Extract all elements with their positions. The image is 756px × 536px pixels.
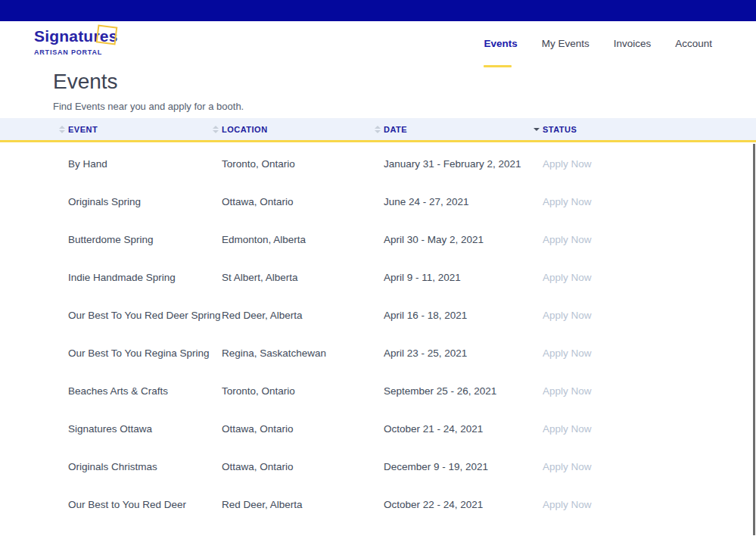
sort-updown-icon <box>213 126 219 133</box>
column-header-location[interactable]: LOCATION <box>222 118 384 140</box>
column-header-event[interactable]: EVENT <box>68 118 222 140</box>
page-head: Events Find Events near you and apply fo… <box>53 70 244 112</box>
event-cell: Beaches Arts & Crafts <box>68 385 222 397</box>
column-label: LOCATION <box>222 125 268 134</box>
apply-now-link[interactable]: Apply Now <box>543 234 756 245</box>
apply-now-link[interactable]: Apply Now <box>543 310 756 321</box>
location-cell: Ottawa, Ontario <box>222 461 384 472</box>
table-row: Our Best To You Red Deer SpringRed Deer,… <box>0 296 756 334</box>
vertical-scrollbar[interactable] <box>753 144 755 535</box>
table-row: Our Best To You Regina SpringRegina, Sas… <box>0 334 756 372</box>
nav-item-invoices[interactable]: Invoices <box>614 38 652 52</box>
location-cell: Toronto, Ontario <box>222 385 384 397</box>
column-header-status[interactable]: STATUS <box>543 118 756 140</box>
date-cell: April 16 - 18, 2021 <box>384 310 543 321</box>
location-cell: St Albert, Alberta <box>222 272 384 283</box>
brand-name: Signatures <box>34 27 118 45</box>
brand-logo: Signatures ARTISAN PORTAL <box>34 27 118 56</box>
location-cell: Red Deer, Alberta <box>222 310 384 321</box>
event-cell: Our Best To You Red Deer Spring <box>68 310 222 321</box>
events-table: EVENTLOCATIONDATESTATUS By HandToronto, … <box>0 118 756 523</box>
location-cell: Ottawa, Ontario <box>222 196 384 207</box>
column-label: STATUS <box>543 125 577 134</box>
event-cell: Butterdome Spring <box>68 234 222 245</box>
date-cell: June 24 - 27, 2021 <box>384 196 543 207</box>
column-label: EVENT <box>68 125 98 134</box>
sort-updown-icon <box>375 126 381 133</box>
date-cell: December 9 - 19, 2021 <box>384 461 543 472</box>
location-cell: Toronto, Ontario <box>222 158 384 170</box>
event-cell: Our Best To You Regina Spring <box>68 347 222 359</box>
column-label: DATE <box>384 125 407 134</box>
date-cell: April 23 - 25, 2021 <box>384 347 543 359</box>
location-cell: Edmonton, Alberta <box>222 234 384 245</box>
location-cell: Regina, Saskatchewan <box>222 347 384 359</box>
date-cell: April 30 - May 2, 2021 <box>384 234 543 245</box>
artisan-portal-page: Signatures ARTISAN PORTAL EventsMy Event… <box>0 0 756 536</box>
apply-now-link[interactable]: Apply Now <box>543 272 756 283</box>
nav-item-events[interactable]: Events <box>484 38 517 52</box>
main-nav: EventsMy EventsInvoicesAccount <box>484 38 712 52</box>
table-row: By HandToronto, OntarioJanuary 31 - Febr… <box>0 145 756 182</box>
table-row: Signatures OttawaOttawa, OntarioOctober … <box>0 410 756 447</box>
brand-boxed-text: es <box>100 27 118 45</box>
location-cell: Red Deer, Alberta <box>222 499 384 510</box>
nav-item-account[interactable]: Account <box>675 38 712 52</box>
apply-now-link[interactable]: Apply Now <box>543 423 756 435</box>
sort-updown-icon <box>59 126 65 133</box>
apply-now-link[interactable]: Apply Now <box>543 347 756 359</box>
table-row: Originals SpringOttawa, OntarioJune 24 -… <box>0 182 756 220</box>
brand-name-boxed: es <box>100 27 118 45</box>
event-cell: Originals Spring <box>68 196 222 207</box>
table-row: Beaches Arts & CraftsToronto, OntarioSep… <box>0 372 756 410</box>
brand-name-prefix: Signatur <box>34 27 100 45</box>
event-cell: Our Best to You Red Deer <box>68 499 222 510</box>
table-row: Butterdome SpringEdmonton, AlbertaApril … <box>0 220 756 258</box>
event-cell: Originals Christmas <box>68 461 222 472</box>
column-header-date[interactable]: DATE <box>384 118 543 140</box>
date-cell: October 21 - 24, 2021 <box>384 423 543 435</box>
page-subtitle: Find Events near you and apply for a boo… <box>53 101 244 112</box>
page-title: Events <box>53 70 244 94</box>
table-row: Originals ChristmasOttawa, OntarioDecemb… <box>0 447 756 485</box>
apply-now-link[interactable]: Apply Now <box>543 385 756 397</box>
table-row: Indie Handmade SpringSt Albert, AlbertaA… <box>0 258 756 296</box>
table-row: Our Best to You Red DeerRed Deer, Albert… <box>0 485 756 523</box>
apply-now-link[interactable]: Apply Now <box>543 158 756 170</box>
date-cell: January 31 - February 2, 2021 <box>384 158 543 170</box>
apply-now-link[interactable]: Apply Now <box>543 196 756 207</box>
date-cell: April 9 - 11, 2021 <box>384 272 543 283</box>
apply-now-link[interactable]: Apply Now <box>543 461 756 472</box>
location-cell: Ottawa, Ontario <box>222 423 384 435</box>
date-cell: September 25 - 26, 2021 <box>384 385 543 397</box>
brand-subtitle: ARTISAN PORTAL <box>34 48 118 56</box>
table-header-row: EVENTLOCATIONDATESTATUS <box>0 118 756 142</box>
event-cell: By Hand <box>68 158 222 170</box>
table-body: By HandToronto, OntarioJanuary 31 - Febr… <box>0 142 756 523</box>
top-blue-bar <box>0 0 756 21</box>
sort-desc-icon <box>534 128 540 131</box>
event-cell: Indie Handmade Spring <box>68 272 222 283</box>
nav-item-my-events[interactable]: My Events <box>542 38 590 52</box>
event-cell: Signatures Ottawa <box>68 423 222 435</box>
date-cell: October 22 - 24, 2021 <box>384 499 543 510</box>
apply-now-link[interactable]: Apply Now <box>543 499 756 510</box>
